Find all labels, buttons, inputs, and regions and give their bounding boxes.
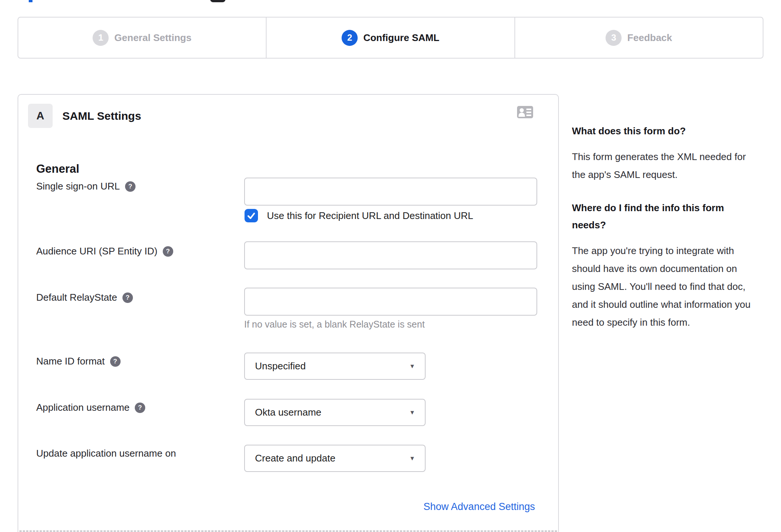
step-label: Feedback: [627, 32, 672, 44]
chevron-down-icon: ▼: [409, 409, 425, 416]
general-section-heading: General: [36, 162, 79, 176]
single-sign-on-url-label: Single sign-on URL ?: [36, 181, 136, 192]
step-general-settings[interactable]: 1 General Settings: [18, 18, 266, 58]
help-icon[interactable]: ?: [110, 356, 121, 367]
cutoff-logo-fragment: [29, 0, 32, 2]
sidebar-heading: Where do I find the info this form needs…: [572, 199, 758, 234]
step-configure-saml[interactable]: 2 Configure SAML: [266, 18, 514, 58]
sidebar-paragraph: This form generates the XML needed for t…: [572, 148, 758, 184]
section-a-badge: A: [28, 104, 53, 128]
wizard-stepper: 1 General Settings 2 Configure SAML 3 Fe…: [18, 17, 763, 59]
use-for-recipient-destination-checkbox[interactable]: [245, 209, 258, 222]
contact-card-icon[interactable]: [517, 106, 533, 118]
default-relaystate-label: Default RelayState ?: [36, 292, 133, 303]
checkmark-icon: [247, 211, 256, 220]
single-sign-on-url-input[interactable]: [244, 178, 537, 206]
step-number-badge: 3: [606, 30, 622, 46]
name-id-format-select[interactable]: Unspecified ▼: [244, 353, 426, 380]
saml-settings-panel: A SAML Settings General Single sign-on U…: [18, 94, 559, 532]
help-icon[interactable]: ?: [122, 292, 133, 303]
section-divider: [19, 531, 557, 532]
step-number-badge: 1: [93, 30, 109, 46]
step-feedback[interactable]: 3 Feedback: [514, 18, 763, 58]
help-icon[interactable]: ?: [135, 403, 145, 413]
panel-title: SAML Settings: [62, 110, 141, 122]
chevron-down-icon: ▼: [409, 455, 425, 462]
chevron-down-icon: ▼: [409, 363, 425, 370]
name-id-format-label: Name ID format ?: [36, 356, 121, 367]
step-label: General Settings: [114, 32, 192, 44]
relaystate-hint: If no value is set, a blank RelayState i…: [244, 319, 425, 330]
update-application-username-label: Update application username on: [36, 448, 176, 459]
cutoff-icon-fragment: [210, 0, 225, 2]
sidebar-paragraph: The app you're trying to integrate with …: [572, 242, 758, 331]
default-relaystate-input[interactable]: [244, 288, 537, 316]
sidebar-heading: What does this form do?: [572, 122, 758, 140]
checkbox-label: Use this for Recipient URL and Destinati…: [267, 210, 473, 222]
audience-uri-label: Audience URI (SP Entity ID) ?: [36, 245, 173, 257]
help-icon[interactable]: ?: [163, 246, 173, 257]
application-username-label: Application username ?: [36, 402, 145, 413]
audience-uri-input[interactable]: [244, 241, 537, 269]
application-username-select[interactable]: Okta username ▼: [244, 399, 426, 426]
step-label: Configure SAML: [363, 32, 439, 44]
show-advanced-settings-link[interactable]: Show Advanced Settings: [423, 501, 535, 513]
help-sidebar: What does this form do? This form genera…: [572, 122, 758, 347]
help-icon[interactable]: ?: [125, 181, 136, 192]
step-number-badge: 2: [342, 30, 358, 46]
update-application-username-select[interactable]: Create and update ▼: [244, 445, 426, 472]
